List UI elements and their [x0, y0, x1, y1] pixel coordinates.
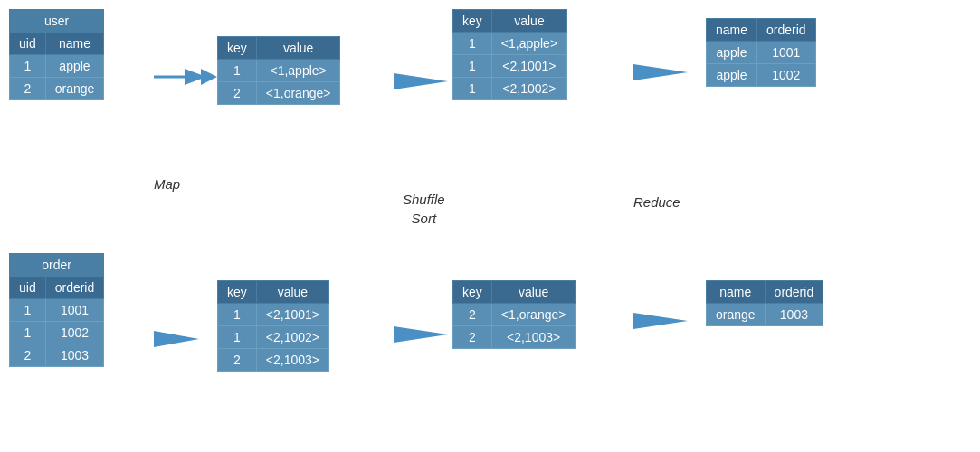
svg-marker-4 [394, 326, 448, 343]
reduce-label: Reduce [633, 194, 680, 210]
user-table: user uid name 1 apple 2 orange [9, 9, 104, 100]
arrow-user-map [154, 63, 217, 90]
result-apple-table: name orderid apple 1001 apple 1002 [706, 18, 816, 87]
svg-marker-1 [201, 69, 217, 85]
svg-marker-5 [633, 64, 688, 80]
order-table: order uid orderid 1 1001 1 1002 2 1003 [9, 253, 104, 367]
shuffle-sort-label: ShuffleSort [403, 190, 445, 228]
arrow-map-shuffle-bottom [394, 321, 457, 348]
svg-marker-2 [154, 331, 199, 347]
arrow-shuffle-reduce-top [633, 59, 697, 86]
svg-marker-3 [394, 73, 448, 89]
arrow-map-shuffle-top [394, 68, 457, 95]
shuffle-user-table: key value 1 <1,apple> 1 <2,1001> 1 <2,10… [452, 9, 567, 100]
map-label: Map [154, 176, 180, 192]
arrow-shuffle-reduce-bottom [633, 307, 697, 334]
diagram: user uid name 1 apple 2 orange order uid… [0, 0, 980, 452]
result-orange-table: name orderid orange 1003 [706, 280, 823, 326]
map-order-table: key value 1 <2,1001> 1 <2,1002> 2 <2,100… [217, 280, 329, 372]
svg-marker-6 [633, 313, 688, 329]
arrow-order-map [154, 325, 217, 353]
shuffle-order-table: key value 2 <1,orange> 2 <2,1003> [452, 280, 576, 349]
map-user-table: key value 1 <1,apple> 2 <1,orange> [217, 36, 340, 105]
